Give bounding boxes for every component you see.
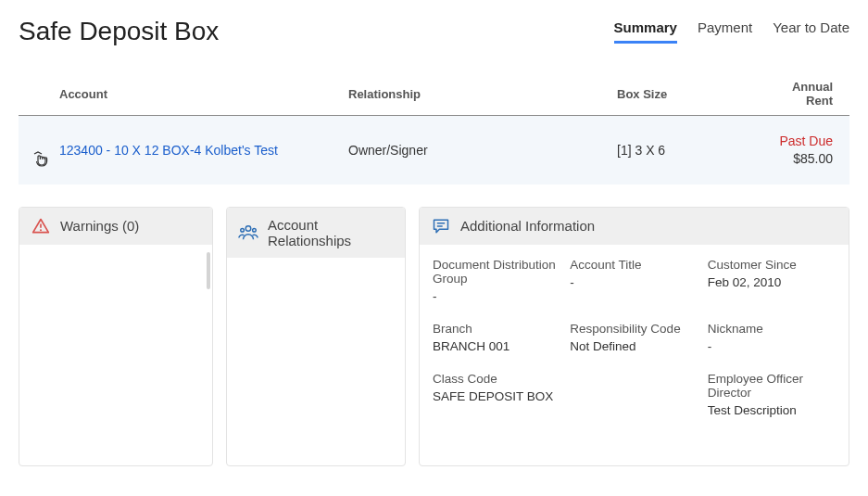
- info-label: Account Title: [570, 258, 698, 272]
- col-header-account: Account: [59, 87, 348, 101]
- panel-additional-body: Document Distribution Group - Account Ti…: [420, 245, 849, 434]
- cell-rent: Past Due $85.00: [765, 133, 849, 168]
- panel-warnings: Warnings (0): [19, 207, 213, 466]
- past-due-label: Past Due: [765, 133, 833, 150]
- info-label: Class Code: [433, 372, 560, 386]
- info-branch: Branch BRANCH 001: [433, 322, 560, 353]
- cursor-icon: [33, 151, 50, 172]
- svg-point-4: [253, 228, 257, 232]
- panel-additional-title: Additional Information: [460, 218, 595, 234]
- cell-boxsize: [1] 3 X 6: [617, 143, 765, 158]
- info-label: Customer Since: [708, 258, 836, 272]
- panels-row: Warnings (0) Account Re: [19, 207, 849, 466]
- account-table: Account Relationship Box Size Annual Ren…: [19, 72, 849, 184]
- panel-relationships-header: Account Relationships: [227, 208, 405, 259]
- panel-warnings-title: Warnings (0): [60, 218, 139, 234]
- info-nickname: Nickname -: [708, 322, 836, 353]
- tabs: Summary Payment Year to Date: [614, 19, 849, 44]
- svg-point-2: [245, 226, 251, 232]
- info-value: -: [708, 339, 836, 353]
- info-value: BRANCH 001: [433, 339, 560, 353]
- svg-point-1: [40, 229, 42, 231]
- tab-summary[interactable]: Summary: [614, 19, 677, 44]
- panel-account-relationships: Account Relationships: [226, 207, 406, 466]
- info-label: Responsibility Code: [570, 322, 698, 336]
- header-row: Safe Deposit Box Summary Payment Year to…: [19, 17, 849, 46]
- panel-relationships-title-line1: Account: [268, 217, 351, 233]
- col-header-rent: Annual Rent: [765, 80, 849, 108]
- info-value: -: [570, 275, 698, 289]
- info-employee-officer-director: Employee Officer Director Test Descripti…: [708, 372, 836, 417]
- table-row[interactable]: 123400 - 10 X 12 BOX-4 Kolbet's Test Own…: [19, 116, 849, 184]
- info-label: Employee Officer Director: [708, 372, 836, 400]
- info-label: Branch: [433, 322, 560, 336]
- cell-relationship: Owner/Signer: [348, 143, 617, 158]
- tab-year-to-date[interactable]: Year to Date: [773, 19, 849, 44]
- info-value: -: [433, 289, 560, 303]
- info-value: SAFE DEPOSIT BOX: [433, 389, 560, 403]
- info-document-distribution-group: Document Distribution Group -: [433, 258, 560, 303]
- panel-additional-info: Additional Information Document Distribu…: [419, 207, 849, 466]
- comment-icon: [431, 217, 451, 235]
- tab-payment[interactable]: Payment: [698, 19, 752, 44]
- people-icon: [238, 223, 258, 243]
- info-account-title: Account Title -: [570, 258, 698, 303]
- svg-point-3: [241, 228, 245, 232]
- rent-amount: $85.00: [765, 150, 833, 168]
- info-customer-since: Customer Since Feb 02, 2010: [708, 258, 836, 303]
- col-header-relationship: Relationship: [348, 87, 617, 101]
- scrollbar[interactable]: [207, 252, 210, 289]
- account-link[interactable]: 123400 - 10 X 12 BOX-4 Kolbet's Test: [59, 143, 348, 158]
- panel-warnings-header: Warnings (0): [19, 208, 212, 245]
- panel-additional-header: Additional Information: [420, 208, 849, 245]
- table-header-row: Account Relationship Box Size Annual Ren…: [19, 72, 849, 116]
- info-value: Test Description: [708, 403, 836, 417]
- col-header-boxsize: Box Size: [617, 87, 765, 101]
- info-value: Feb 02, 2010: [708, 275, 836, 289]
- warning-icon: [31, 217, 51, 235]
- panel-relationships-title: Account Relationships: [268, 217, 351, 249]
- info-empty-spacer: [570, 372, 698, 417]
- info-value: Not Defined: [570, 339, 698, 353]
- info-grid: Document Distribution Group - Account Ti…: [433, 258, 836, 417]
- info-label: Nickname: [708, 322, 836, 336]
- panel-relationships-title-line2: Relationships: [268, 233, 351, 248]
- page-title: Safe Deposit Box: [19, 17, 219, 46]
- info-responsibility-code: Responsibility Code Not Defined: [570, 322, 698, 353]
- info-label: Document Distribution Group: [433, 258, 560, 286]
- info-class-code: Class Code SAFE DEPOSIT BOX: [433, 372, 560, 417]
